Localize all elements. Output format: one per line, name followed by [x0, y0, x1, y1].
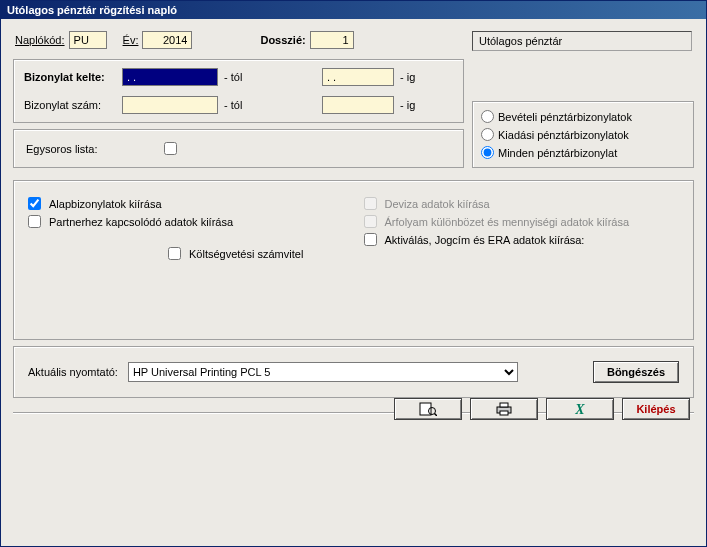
- radio-kiadasi-label: Kiadási pénztárbizonylatok: [498, 129, 629, 141]
- naplokod-input[interactable]: [69, 31, 107, 49]
- opt-koltseg[interactable]: Költségvetési számvitel: [168, 247, 344, 260]
- oneline-row[interactable]: Egysoros lista:: [24, 138, 453, 159]
- readonly-title: [472, 31, 692, 51]
- printer-select[interactable]: HP Universal Printing PCL 5: [128, 362, 518, 382]
- dosszie-label: Dosszié:: [260, 34, 305, 46]
- oneline-fieldset: Egysoros lista:: [13, 129, 464, 168]
- radio-minden-label: Minden pénztárbizonylat: [498, 147, 617, 159]
- date-fieldset: Bizonylat kelte: - tól - ig Bizonylat sz…: [13, 59, 464, 123]
- svg-rect-5: [500, 411, 508, 415]
- svg-text:X: X: [574, 402, 585, 416]
- radio-beveteli-input[interactable]: [481, 110, 494, 123]
- radio-minden-input[interactable]: [481, 146, 494, 159]
- opt-alapbiz-label: Alapbizonylatok kiírása: [49, 198, 162, 210]
- opt-aktivalas-checkbox[interactable]: [364, 233, 377, 246]
- window-title: Utólagos pénztár rögzítési napló: [7, 4, 177, 16]
- opt-koltseg-checkbox[interactable]: [168, 247, 181, 260]
- exit-button[interactable]: Kilépés: [622, 398, 690, 420]
- opt-partner-label: Partnerhez kapcsolódó adatok kiírása: [49, 216, 233, 228]
- opt-arfolyam-checkbox: [364, 215, 377, 228]
- options-columns: Alapbizonylatok kiírása Partnerhez kapcs…: [28, 197, 679, 265]
- dosszie-input[interactable]: [310, 31, 354, 49]
- ev-label: Év:: [123, 34, 139, 46]
- options-left: Alapbizonylatok kiírása Partnerhez kapcs…: [28, 197, 344, 265]
- opt-arfolyam-label: Árfolyam különbözet és mennyiségi adatok…: [385, 216, 630, 228]
- print-button[interactable]: [470, 398, 538, 420]
- kelte-from-suffix: - tól: [224, 71, 254, 83]
- radio-kiadasi-input[interactable]: [481, 128, 494, 141]
- szam-label: Bizonylat szám:: [24, 99, 116, 111]
- options-right: Deviza adatok kiírása Árfolyam különböze…: [364, 197, 680, 265]
- radio-group: Bevételi pénztárbizonylatok Kiadási pénz…: [481, 110, 685, 159]
- browse-button-label: Böngészés: [607, 366, 665, 378]
- exit-button-label: Kilépés: [636, 403, 675, 415]
- svg-rect-4: [500, 403, 508, 407]
- header-split: Naplókód: Év: Dosszié: Bizonylat kelte: …: [13, 27, 694, 174]
- kelte-from-input[interactable]: [122, 68, 218, 86]
- preview-button[interactable]: [394, 398, 462, 420]
- opt-partner[interactable]: Partnerhez kapcsolódó adatok kiírása: [28, 215, 344, 228]
- kelte-to-input[interactable]: [322, 68, 394, 86]
- opt-koltseg-label: Költségvetési számvitel: [189, 248, 303, 260]
- printer-icon: [495, 402, 513, 416]
- header-left: Naplókód: Év: Dosszié: Bizonylat kelte: …: [13, 27, 464, 174]
- opt-aktivalas-label: Aktiválás, Jogcím és ERA adatok kiírása:: [385, 234, 585, 246]
- opt-alapbiz-checkbox[interactable]: [28, 197, 41, 210]
- radio-minden[interactable]: Minden pénztárbizonylat: [481, 146, 685, 159]
- options-fieldset: Alapbizonylatok kiírása Partnerhez kapcs…: [13, 180, 694, 340]
- szam-row: Bizonylat szám: - tól - ig: [24, 96, 453, 114]
- kelte-label: Bizonylat kelte:: [24, 71, 116, 83]
- browse-button[interactable]: Böngészés: [593, 361, 679, 383]
- header-right: Bevételi pénztárbizonylatok Kiadási pénz…: [472, 27, 694, 174]
- header-row: Naplókód: Év: Dosszié:: [13, 27, 464, 59]
- radio-beveteli-label: Bevételi pénztárbizonylatok: [498, 111, 632, 123]
- opt-arfolyam: Árfolyam különbözet és mennyiségi adatok…: [364, 215, 680, 228]
- dialog-window: Utólagos pénztár rögzítési napló Naplókó…: [0, 0, 707, 547]
- radio-beveteli[interactable]: Bevételi pénztárbizonylatok: [481, 110, 685, 123]
- excel-icon: X: [571, 402, 589, 416]
- titlebar: Utólagos pénztár rögzítési napló: [1, 1, 706, 19]
- opt-deviza: Deviza adatok kiírása: [364, 197, 680, 210]
- content-area: Naplókód: Év: Dosszié: Bizonylat kelte: …: [1, 19, 706, 430]
- radio-fieldset: Bevételi pénztárbizonylatok Kiadási pénz…: [472, 101, 694, 168]
- bottom-bar: X Kilépés: [394, 398, 690, 420]
- naplokod-label: Naplókód:: [15, 34, 65, 46]
- printer-label: Aktuális nyomtató:: [28, 366, 118, 378]
- excel-button[interactable]: X: [546, 398, 614, 420]
- ev-input[interactable]: [142, 31, 192, 49]
- szam-from-suffix: - tól: [224, 99, 254, 111]
- oneline-checkbox[interactable]: [164, 142, 177, 155]
- kelte-row: Bizonylat kelte: - tól - ig: [24, 68, 453, 86]
- printer-fieldset: Aktuális nyomtató: HP Universal Printing…: [13, 346, 694, 398]
- oneline-label: Egysoros lista:: [26, 143, 156, 155]
- opt-aktivalas[interactable]: Aktiválás, Jogcím és ERA adatok kiírása:: [364, 233, 680, 246]
- opt-alapbiz[interactable]: Alapbizonylatok kiírása: [28, 197, 344, 210]
- svg-line-2: [435, 414, 438, 417]
- opt-deviza-label: Deviza adatok kiírása: [385, 198, 490, 210]
- opt-deviza-checkbox: [364, 197, 377, 210]
- opt-partner-checkbox[interactable]: [28, 215, 41, 228]
- szam-to-suffix: - ig: [400, 99, 415, 111]
- preview-icon: [419, 402, 437, 416]
- kelte-to-suffix: - ig: [400, 71, 415, 83]
- readonly-title-wrap: [472, 27, 694, 51]
- radio-kiadasi[interactable]: Kiadási pénztárbizonylatok: [481, 128, 685, 141]
- szam-from-input[interactable]: [122, 96, 218, 114]
- szam-to-input[interactable]: [322, 96, 394, 114]
